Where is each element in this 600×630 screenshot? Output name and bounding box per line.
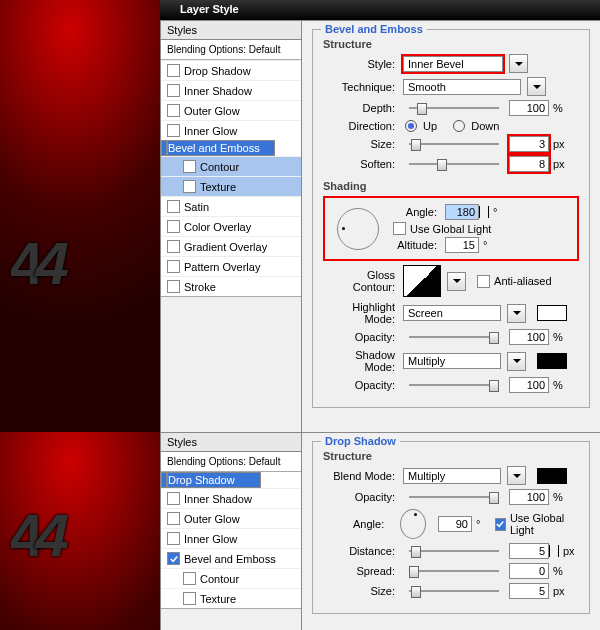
ds-size-slider[interactable]: [409, 584, 499, 598]
style-row-inner-glow[interactable]: Inner Glow: [161, 528, 301, 548]
angle-input[interactable]: [445, 204, 479, 220]
style-checkbox[interactable]: [183, 572, 196, 585]
style-row-outer-glow[interactable]: Outer Glow: [161, 508, 301, 528]
hl-opacity-slider[interactable]: [409, 330, 499, 344]
anti-aliased-check[interactable]: [477, 275, 490, 288]
ds-angle-input[interactable]: [438, 516, 472, 532]
altitude-input[interactable]: [445, 237, 479, 253]
shading-highlight-box: Angle:° Use Global Light Altitude:°: [323, 196, 579, 261]
spread-slider[interactable]: [409, 564, 499, 578]
use-global-light-check[interactable]: [393, 222, 406, 235]
style-label: Drop Shadow: [168, 474, 235, 486]
style-checkbox[interactable]: [167, 260, 180, 273]
style-label: Pattern Overlay: [184, 261, 260, 273]
highlight-mode-select[interactable]: Screen: [403, 305, 501, 321]
style-checkbox[interactable]: [167, 512, 180, 525]
style-checkbox[interactable]: [167, 280, 180, 293]
style-checkbox[interactable]: [167, 240, 180, 253]
soften-slider[interactable]: [409, 157, 499, 171]
style-checkbox[interactable]: [167, 532, 180, 545]
style-checkbox[interactable]: [167, 124, 180, 137]
style-label: Color Overlay: [184, 221, 251, 233]
style-row-inner-shadow[interactable]: Inner Shadow: [161, 80, 301, 100]
style-checkbox[interactable]: [167, 492, 180, 505]
style-row-inner-shadow[interactable]: Inner Shadow: [161, 488, 301, 508]
shadow-color-swatch[interactable]: [537, 353, 567, 369]
size-input[interactable]: [509, 136, 549, 152]
spread-input[interactable]: [509, 563, 549, 579]
style-checkbox[interactable]: [167, 200, 180, 213]
style-row-inner-glow[interactable]: Inner Glow: [161, 120, 301, 140]
style-select[interactable]: Inner Bevel: [403, 56, 503, 72]
style-row-gradient-overlay[interactable]: Gradient Overlay: [161, 236, 301, 256]
blending-options-header[interactable]: Blending Options: Default: [161, 452, 301, 472]
ds-use-global-light-check[interactable]: [495, 518, 506, 531]
ds-opacity-slider[interactable]: [409, 490, 499, 504]
style-checkbox[interactable]: [167, 84, 180, 97]
gloss-contour-btn[interactable]: [447, 272, 466, 291]
pct-unit: %: [553, 102, 563, 114]
angle-dial[interactable]: [337, 208, 379, 250]
style-row-satin[interactable]: Satin: [161, 196, 301, 216]
technique-select-btn[interactable]: [527, 77, 546, 96]
blending-options-header[interactable]: Blending Options: Default: [161, 40, 301, 60]
depth-input[interactable]: [509, 100, 549, 116]
style-row-stroke[interactable]: Stroke: [161, 276, 301, 296]
shadow-mode-select[interactable]: Multiply: [403, 353, 501, 369]
technique-select[interactable]: Smooth: [403, 79, 521, 95]
style-row-texture[interactable]: Texture: [161, 176, 301, 196]
sh-opacity-input[interactable]: [509, 377, 549, 393]
px-unit: px: [553, 585, 565, 597]
style-row-contour[interactable]: Contour: [161, 568, 301, 588]
style-row-drop-shadow[interactable]: Drop Shadow: [161, 60, 301, 80]
style-row-pattern-overlay[interactable]: Pattern Overlay: [161, 256, 301, 276]
style-checkbox[interactable]: [183, 160, 196, 173]
layer-style-panel-dropshadow: Styles Blending Options: Default Drop Sh…: [160, 432, 600, 630]
sh-opacity-slider[interactable]: [409, 378, 499, 392]
gloss-contour-picker[interactable]: [403, 265, 441, 297]
style-row-drop-shadow[interactable]: Drop Shadow: [161, 472, 261, 488]
style-label: Inner Shadow: [184, 85, 252, 97]
style-row-texture[interactable]: Texture: [161, 588, 301, 608]
style-checkbox[interactable]: [183, 592, 196, 605]
use-global-light-label: Use Global Light: [410, 223, 491, 235]
style-checkbox[interactable]: [167, 220, 180, 233]
style-row-outer-glow[interactable]: Outer Glow: [161, 100, 301, 120]
soften-input[interactable]: [509, 156, 549, 172]
size-slider[interactable]: [409, 137, 499, 151]
pct-unit: %: [553, 491, 563, 503]
direction-down-radio[interactable]: [453, 120, 465, 132]
style-row-bevel-and-emboss[interactable]: Bevel and Emboss: [161, 548, 301, 568]
direction-up-radio[interactable]: [405, 120, 417, 132]
direction-label: Direction:: [323, 120, 395, 132]
highlight-mode-label: Highlight Mode:: [323, 301, 395, 325]
style-label: Inner Glow: [184, 125, 237, 137]
anti-aliased-label: Anti-aliased: [494, 275, 551, 287]
ds-angle-dial[interactable]: [400, 509, 426, 539]
distance-slider[interactable]: [409, 544, 499, 558]
hl-opacity-input[interactable]: [509, 329, 549, 345]
style-row-bevel-and-emboss[interactable]: Bevel and Emboss: [161, 140, 275, 156]
ds-size-input[interactable]: [509, 583, 549, 599]
highlight-mode-btn[interactable]: [507, 304, 526, 323]
style-checkbox[interactable]: [167, 552, 180, 565]
shadow-mode-btn[interactable]: [507, 352, 526, 371]
style-row-color-overlay[interactable]: Color Overlay: [161, 216, 301, 236]
highlight-color-swatch[interactable]: [537, 305, 567, 321]
style-checkbox[interactable]: [183, 180, 196, 193]
style-row-contour[interactable]: Contour: [161, 156, 301, 176]
ds-opacity-input[interactable]: [509, 489, 549, 505]
distance-input[interactable]: [509, 543, 549, 559]
style-label: Inner Glow: [184, 533, 237, 545]
styles-header: Styles: [161, 433, 301, 452]
style-label: Drop Shadow: [184, 65, 251, 77]
style-checkbox[interactable]: [167, 64, 180, 77]
depth-slider[interactable]: [409, 101, 499, 115]
style-select-btn[interactable]: [509, 54, 528, 73]
style-checkbox[interactable]: [167, 104, 180, 117]
style-label: Style:: [323, 58, 395, 70]
blend-color-swatch[interactable]: [537, 468, 567, 484]
blend-mode-select[interactable]: Multiply: [403, 468, 501, 484]
depth-label: Depth:: [323, 102, 395, 114]
blend-mode-btn[interactable]: [507, 466, 526, 485]
